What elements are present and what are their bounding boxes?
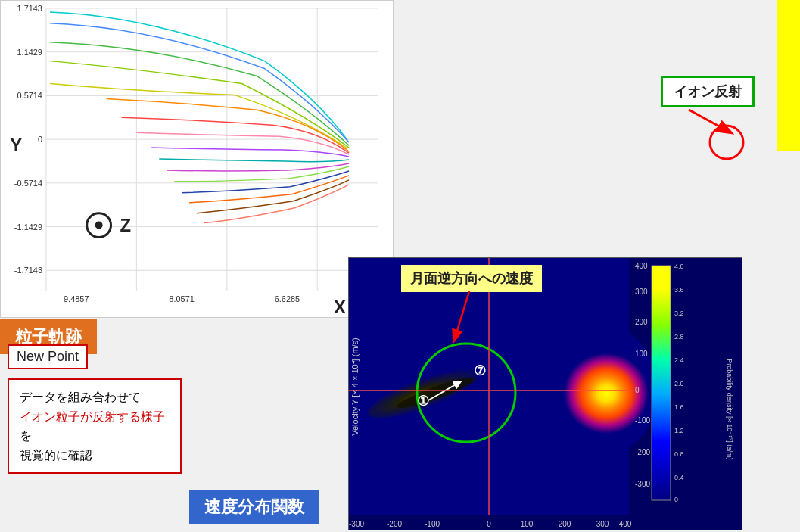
svg-text:-100: -100: [425, 520, 440, 528]
moon-velocity-label: 月面逆方向への速度: [401, 265, 542, 292]
svg-text:-1.1429: -1.1429: [14, 222, 42, 232]
velocity-dist-label: 速度分布関数: [189, 490, 319, 524]
desc-line2-highlight: イオン粒子が反射する様子: [20, 410, 165, 423]
svg-text:8.0571: 8.0571: [169, 294, 194, 303]
svg-text:0.4: 0.4: [674, 474, 684, 481]
svg-rect-55: [652, 266, 671, 500]
desc-line3: 視覚的に確認: [20, 449, 92, 462]
svg-text:300: 300: [635, 288, 648, 296]
yellow-bar: [777, 0, 800, 151]
svg-text:Probability density [× 10⁻¹⁵] : Probability density [× 10⁻¹⁵] (s/m): [726, 359, 733, 459]
svg-text:-200: -200: [387, 520, 402, 528]
svg-text:6.6285: 6.6285: [275, 294, 300, 303]
svg-text:Y: Y: [10, 135, 22, 155]
svg-text:0: 0: [38, 135, 42, 144]
svg-text:0: 0: [674, 496, 678, 503]
svg-text:1.6: 1.6: [674, 403, 684, 411]
svg-text:4.0: 4.0: [674, 263, 684, 270]
ion-reflection-text: イオン反射: [674, 84, 742, 99]
svg-text:Velocity Y [× 4 × 10⁴] (m/s): Velocity Y [× 4 × 10⁴] (m/s): [350, 338, 360, 436]
svg-text:2.4: 2.4: [674, 356, 684, 364]
svg-text:9.4857: 9.4857: [64, 294, 89, 303]
svg-text:-200: -200: [635, 448, 650, 456]
svg-text:1.2: 1.2: [674, 427, 684, 434]
svg-text:Z: Z: [120, 215, 131, 235]
svg-text:-100: -100: [635, 416, 650, 425]
svg-point-26: [710, 126, 743, 159]
svg-text:0: 0: [487, 520, 491, 528]
svg-text:300: 300: [596, 520, 609, 528]
svg-text:-1.7143: -1.7143: [14, 266, 42, 275]
svg-text:⑦: ⑦: [474, 363, 486, 378]
description-box: データを組み合わせて イオン粒子が反射する様子を 視覚的に確認: [8, 378, 182, 474]
svg-text:3.2: 3.2: [674, 310, 684, 317]
velocity-panel: ① ⑦ -300 -200 -100 0 100 200 300 400 400: [348, 257, 742, 530]
svg-text:200: 200: [635, 318, 648, 326]
svg-text:100: 100: [521, 520, 534, 528]
desc-line2-suffix: を: [20, 429, 32, 442]
svg-text:0.8: 0.8: [674, 450, 684, 458]
svg-text:100: 100: [635, 350, 648, 358]
svg-text:0: 0: [635, 386, 640, 394]
svg-text:1.1429: 1.1429: [17, 48, 42, 57]
main-container: 1.7143 1.1429 0.5714 0 -0.5714 -1.1429 -…: [0, 0, 800, 532]
new-point-box: New Point: [8, 344, 88, 369]
svg-text:200: 200: [559, 520, 571, 528]
svg-text:2.0: 2.0: [674, 380, 684, 387]
ion-reflection-label: イオン反射: [661, 76, 755, 107]
svg-text:400: 400: [635, 262, 648, 270]
svg-text:400: 400: [619, 520, 632, 528]
svg-text:2.8: 2.8: [674, 333, 684, 341]
moon-velocity-text: 月面逆方向への速度: [410, 271, 533, 286]
svg-text:-300: -300: [349, 520, 364, 528]
svg-text:0.5714: 0.5714: [17, 91, 42, 100]
trajectory-panel: 1.7143 1.1429 0.5714 0 -0.5714 -1.1429 -…: [0, 0, 394, 318]
new-point-text: New Point: [17, 349, 79, 364]
svg-text:-0.5714: -0.5714: [14, 179, 42, 188]
svg-text:1.7143: 1.7143: [17, 4, 42, 13]
velocity-dist-text: 速度分布関数: [204, 497, 304, 516]
svg-text:-300: -300: [635, 480, 650, 488]
particle-trajectory-text: 粒子軌跡: [15, 327, 82, 346]
desc-line1: データを組み合わせて: [20, 390, 141, 403]
svg-text:3.6: 3.6: [674, 286, 684, 294]
svg-point-24: [95, 222, 103, 229]
svg-line-27: [689, 110, 730, 132]
svg-text:X: X: [334, 297, 346, 317]
svg-text:①: ①: [417, 394, 429, 409]
